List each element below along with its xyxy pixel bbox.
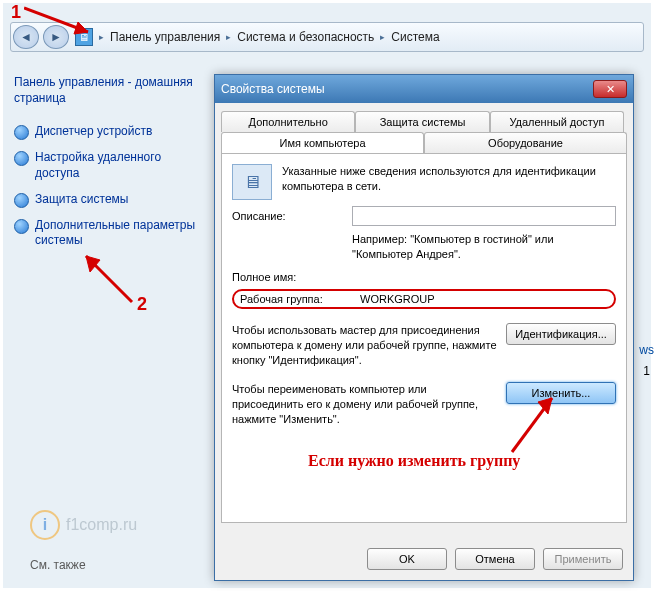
fullname-label: Полное имя: [232, 271, 352, 283]
dialog-button-row: OK Отмена Применить [367, 548, 623, 570]
sidebar: Панель управления - домашняя страница Ди… [14, 74, 204, 259]
watermark-text: f1comp.ru [66, 516, 137, 534]
description-example: Например: "Компьютер в гостиной" или "Ко… [352, 232, 616, 262]
sidebar-device-manager[interactable]: Диспетчер устройств [14, 124, 204, 140]
sidebar-item-label: Настройка удаленного доступа [35, 150, 204, 181]
chevron-right-icon: ▸ [378, 32, 387, 42]
see-also-label: См. также [30, 558, 86, 572]
change-text: Чтобы переименовать компьютер или присое… [232, 382, 506, 427]
cropped-text-1: 1 [643, 364, 650, 378]
identify-section: Чтобы использовать мастер для присоедине… [232, 323, 616, 368]
tab-strip: Дополнительно Защита системы Удаленный д… [221, 111, 627, 153]
description-row: Описание: [232, 206, 616, 226]
chevron-right-icon: ▸ [224, 32, 233, 42]
identify-button[interactable]: Идентификация... [506, 323, 616, 345]
watermark-logo: i [30, 510, 60, 540]
description-input[interactable] [352, 206, 616, 226]
svg-marker-1 [74, 22, 88, 34]
annotation-number-1: 1 [6, 2, 26, 22]
sidebar-item-label: Дополнительные параметры системы [35, 218, 204, 249]
close-button[interactable]: ✕ [593, 80, 627, 98]
tab-hardware[interactable]: Оборудование [424, 132, 627, 153]
shield-icon [14, 219, 29, 234]
ok-button[interactable]: OK [367, 548, 447, 570]
sidebar-remote-settings[interactable]: Настройка удаленного доступа [14, 150, 204, 181]
control-panel-home-link[interactable]: Панель управления - домашняя страница [14, 74, 204, 106]
description-label: Описание: [232, 210, 352, 222]
address-bar: ◄ ► 🖥 ▸ Панель управления ▸ Система и бе… [10, 22, 644, 52]
shield-icon [14, 193, 29, 208]
sidebar-item-label: Диспетчер устройств [35, 124, 152, 140]
breadcrumb-system[interactable]: Система [387, 30, 443, 44]
dialog-title: Свойства системы [221, 82, 593, 96]
apply-button[interactable]: Применить [543, 548, 623, 570]
breadcrumb-control-panel[interactable]: Панель управления [106, 30, 224, 44]
identify-text: Чтобы использовать мастер для присоедине… [232, 323, 506, 368]
workgroup-label: Рабочая группа: [240, 293, 360, 305]
sidebar-item-label: Защита системы [35, 192, 128, 208]
annotation-hint-text: Если нужно изменить группу [308, 452, 520, 470]
intro-text: Указанные ниже сведения используются для… [282, 164, 616, 194]
workgroup-highlight: Рабочая группа: WORKGROUP [232, 289, 616, 309]
annotation-arrow-1 [24, 4, 104, 40]
workgroup-value: WORKGROUP [360, 293, 435, 305]
fullname-row: Полное имя: [232, 271, 616, 283]
tab-advanced[interactable]: Дополнительно [221, 111, 355, 132]
tab-computer-name[interactable]: Имя компьютера [221, 132, 424, 153]
cropped-text-ws: ws [639, 343, 654, 357]
breadcrumb-system-security[interactable]: Система и безопасность [233, 30, 378, 44]
dialog-titlebar[interactable]: Свойства системы ✕ [215, 75, 633, 103]
sidebar-advanced-settings[interactable]: Дополнительные параметры системы [14, 218, 204, 249]
annotation-arrow-2 [74, 248, 144, 308]
cancel-button[interactable]: Отмена [455, 548, 535, 570]
sidebar-system-protection[interactable]: Защита системы [14, 192, 204, 208]
tab-remote[interactable]: Удаленный доступ [490, 111, 624, 132]
tab-system-protection[interactable]: Защита системы [355, 111, 489, 132]
annotation-arrow-3 [482, 388, 572, 458]
computer-icon: 🖥 [232, 164, 272, 200]
system-properties-dialog: Свойства системы ✕ Дополнительно Защита … [214, 74, 634, 581]
watermark: i f1comp.ru [30, 510, 137, 540]
shield-icon [14, 151, 29, 166]
shield-icon [14, 125, 29, 140]
